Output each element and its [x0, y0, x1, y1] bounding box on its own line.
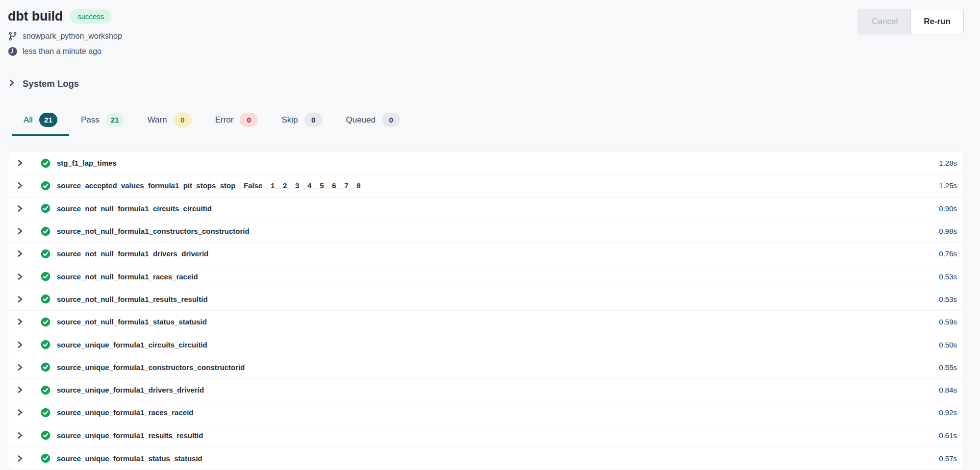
result-duration: 0.55s	[939, 363, 957, 371]
result-name: source_accepted_values_formula1_pit_stop…	[57, 181, 939, 190]
expand-chevron-icon[interactable]	[16, 249, 24, 258]
tab-count-badge: 0	[382, 113, 400, 127]
result-row[interactable]: source_not_null_formula1_races_raceid 0.…	[8, 265, 963, 288]
result-duration: 0.59s	[939, 318, 957, 326]
result-duration: 0.84s	[939, 386, 957, 394]
run-actions: Cancel Re-run	[858, 9, 964, 34]
result-name: source_not_null_formula1_results_resulti…	[57, 295, 939, 303]
success-check-icon	[41, 249, 50, 259]
system-logs-toggle[interactable]: System Logs	[8, 78, 79, 89]
tab-warn[interactable]: Warn 0	[136, 109, 203, 136]
success-check-icon	[41, 294, 50, 304]
expand-chevron-icon[interactable]	[16, 272, 24, 281]
result-row[interactable]: source_unique_formula1_drivers_driverid …	[8, 379, 963, 401]
expand-chevron-icon[interactable]	[16, 181, 24, 190]
result-row[interactable]: source_unique_formula1_status_statusid 0…	[8, 447, 963, 470]
result-duration: 0.76s	[939, 249, 957, 258]
tab-count-badge: 0	[240, 113, 258, 127]
result-row[interactable]: source_not_null_formula1_status_statusid…	[8, 311, 963, 333]
header: dbt build success snowpark_python_worksh…	[8, 9, 964, 58]
result-name: source_unique_formula1_status_statusid	[57, 454, 939, 463]
result-name: source_not_null_formula1_status_statusid	[57, 318, 939, 326]
tab-error[interactable]: Error 0	[203, 109, 270, 136]
result-row[interactable]: source_unique_formula1_races_raceid 0.92…	[8, 401, 963, 424]
run-detail-page: dbt build success snowpark_python_worksh…	[0, 0, 980, 470]
success-check-icon	[41, 408, 50, 418]
tab-count-badge: 21	[106, 113, 124, 127]
tab-count-badge: 0	[174, 113, 192, 127]
success-check-icon	[41, 272, 50, 281]
result-row[interactable]: stg_f1_lap_times 1.28s	[8, 152, 963, 174]
success-check-icon	[41, 385, 50, 395]
result-name: source_not_null_formula1_drivers_driveri…	[57, 249, 939, 258]
expand-chevron-icon[interactable]	[16, 295, 24, 303]
status-badge: success	[70, 9, 111, 24]
result-row[interactable]: source_unique_formula1_circuits_circuiti…	[8, 333, 963, 356]
result-row[interactable]: source_accepted_values_formula1_pit_stop…	[8, 174, 963, 197]
cancel-button[interactable]: Cancel	[859, 9, 911, 34]
result-row[interactable]: source_unique_formula1_results_resultid …	[8, 424, 963, 447]
result-duration: 1.25s	[939, 181, 957, 190]
git-branch-icon	[8, 31, 18, 41]
header-left: dbt build success snowpark_python_worksh…	[8, 9, 122, 58]
result-name: source_not_null_formula1_circuits_circui…	[57, 204, 939, 213]
expand-chevron-icon[interactable]	[16, 204, 24, 213]
result-name: source_not_null_formula1_constructors_co…	[57, 227, 939, 235]
success-check-icon	[41, 430, 50, 440]
results-list: stg_f1_lap_times 1.28s source_accepted_v…	[8, 151, 964, 470]
tab-pass[interactable]: Pass 21	[69, 109, 136, 136]
tab-skip[interactable]: Skip 0	[270, 109, 334, 136]
clock-icon	[8, 47, 18, 56]
result-duration: 0.53s	[939, 272, 957, 281]
success-check-icon	[41, 181, 50, 191]
result-name: source_not_null_formula1_races_raceid	[57, 272, 939, 281]
expand-chevron-icon[interactable]	[16, 454, 24, 463]
result-row[interactable]: source_not_null_formula1_circuits_circui…	[8, 198, 963, 220]
expand-chevron-icon[interactable]	[16, 408, 24, 417]
rerun-button[interactable]: Re-run	[911, 9, 963, 34]
success-check-icon	[41, 203, 50, 213]
result-duration: 0.61s	[939, 431, 957, 440]
branch-name: snowpark_python_workshop	[23, 32, 122, 41]
expand-chevron-icon[interactable]	[16, 227, 24, 235]
expand-chevron-icon[interactable]	[16, 341, 24, 349]
result-row[interactable]: source_unique_formula1_constructors_cons…	[8, 356, 963, 379]
expand-chevron-icon[interactable]	[16, 318, 24, 326]
result-duration: 0.57s	[939, 454, 957, 463]
expand-chevron-icon[interactable]	[16, 386, 24, 394]
result-duration: 1.28s	[939, 159, 957, 167]
result-row[interactable]: source_not_null_formula1_drivers_driveri…	[8, 243, 963, 265]
result-name: source_unique_formula1_circuits_circuiti…	[57, 341, 939, 349]
expand-chevron-icon[interactable]	[16, 363, 24, 371]
result-name: stg_f1_lap_times	[57, 159, 939, 167]
result-name: source_unique_formula1_races_raceid	[57, 408, 939, 417]
run-meta: snowpark_python_workshop less than a min…	[8, 30, 122, 58]
expand-chevron-icon[interactable]	[16, 431, 24, 440]
run-time-ago: less than a minute ago	[23, 47, 101, 56]
success-check-icon	[41, 158, 50, 168]
chevron-right-icon	[8, 78, 15, 89]
expand-chevron-icon[interactable]	[16, 159, 24, 167]
status-tabs: All 21 Pass 21 Warn 0 Error 0 Skip 0 Que…	[8, 109, 964, 136]
result-row[interactable]: source_not_null_formula1_constructors_co…	[8, 220, 963, 243]
result-name: source_unique_formula1_constructors_cons…	[57, 363, 939, 371]
success-check-icon	[41, 362, 50, 372]
tab-count-badge: 21	[39, 113, 57, 127]
result-duration: 0.50s	[939, 341, 957, 349]
tab-all[interactable]: All 21	[12, 109, 69, 136]
tab-count-badge: 0	[304, 113, 323, 127]
success-check-icon	[41, 453, 50, 463]
result-duration: 0.90s	[939, 204, 957, 213]
tab-queued[interactable]: Queued 0	[334, 109, 412, 136]
system-logs-label: System Logs	[23, 78, 79, 89]
success-check-icon	[41, 340, 50, 349]
success-check-icon	[41, 226, 50, 236]
page-title: dbt build	[8, 9, 63, 24]
result-name: source_unique_formula1_drivers_driverid	[57, 386, 939, 394]
result-name: source_unique_formula1_results_resultid	[57, 431, 939, 440]
result-duration: 0.92s	[939, 408, 957, 417]
result-duration: 0.98s	[939, 227, 957, 235]
result-duration: 0.53s	[939, 295, 957, 303]
result-row[interactable]: source_not_null_formula1_results_resulti…	[8, 288, 963, 311]
success-check-icon	[41, 317, 50, 327]
